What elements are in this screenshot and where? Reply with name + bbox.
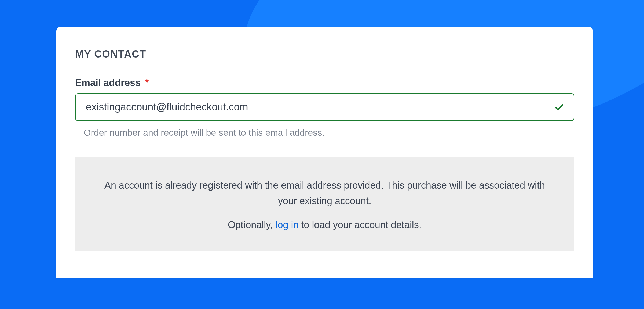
email-label: Email address * <box>75 77 574 88</box>
existing-account-notice: An account is already registered with th… <box>75 157 574 251</box>
notice-secondary: Optionally, log in to load your account … <box>102 219 547 231</box>
checkmark-icon <box>554 102 565 113</box>
notice-optional-suffix: to load your account details. <box>299 219 422 230</box>
email-label-text: Email address <box>75 77 141 88</box>
contact-card: MY CONTACT Email address * Order number … <box>56 27 593 278</box>
notice-optional-prefix: Optionally, <box>228 219 275 230</box>
section-title: MY CONTACT <box>75 48 574 60</box>
login-link[interactable]: log in <box>276 219 299 230</box>
required-asterisk: * <box>145 77 149 88</box>
email-input-wrapper <box>75 93 574 121</box>
email-field[interactable] <box>75 93 574 121</box>
email-helper-text: Order number and receipt will be sent to… <box>84 127 574 138</box>
notice-message: An account is already registered with th… <box>102 178 547 209</box>
